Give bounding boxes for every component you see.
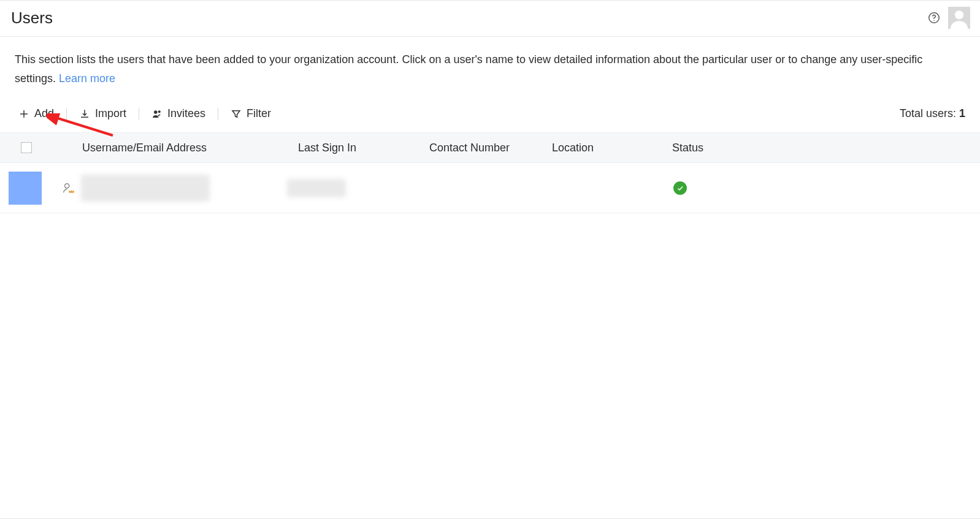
table-row[interactable] <box>0 163 980 213</box>
invitees-button[interactable]: Invitees <box>150 105 207 123</box>
total-count: 1 <box>959 107 965 119</box>
page-header: Users <box>0 1 980 37</box>
import-label: Import <box>95 107 126 120</box>
toolbar: Add Import Invitees Filter Total <box>0 91 980 132</box>
plus-icon <box>18 108 29 119</box>
col-last-signin[interactable]: Last Sign In <box>298 142 429 154</box>
header-right <box>927 7 970 29</box>
user-avatar <box>9 172 42 205</box>
col-username[interactable]: Username/Email Address <box>71 142 298 154</box>
divider <box>66 108 67 120</box>
page-title: Users <box>11 9 53 28</box>
svg-point-1 <box>933 20 934 21</box>
svg-point-5 <box>65 183 69 188</box>
import-button[interactable]: Import <box>78 105 128 123</box>
divider <box>218 108 218 120</box>
import-icon <box>79 108 90 119</box>
add-label: Add <box>34 107 54 120</box>
col-status[interactable]: Status <box>672 142 764 154</box>
description-text: This section lists the users that have b… <box>15 53 922 85</box>
status-active-icon <box>673 181 687 195</box>
filter-label: Filter <box>247 107 271 120</box>
last-signin-redacted <box>287 179 346 197</box>
invitees-icon <box>151 108 163 119</box>
col-location[interactable]: Location <box>552 142 672 154</box>
page-description: This section lists the users that have b… <box>0 37 957 91</box>
total-label: Total users: <box>900 107 956 119</box>
divider <box>139 108 139 120</box>
svg-point-2 <box>955 10 963 19</box>
add-button[interactable]: Add <box>17 105 55 123</box>
learn-more-link[interactable]: Learn more <box>59 72 115 85</box>
avatar[interactable] <box>948 7 970 29</box>
col-contact[interactable]: Contact Number <box>429 142 552 154</box>
svg-point-3 <box>154 110 157 113</box>
filter-button[interactable]: Filter <box>229 105 272 123</box>
select-all-checkbox[interactable] <box>21 142 32 153</box>
filter-icon <box>231 108 242 119</box>
owner-icon <box>61 181 75 195</box>
invitees-label: Invitees <box>167 107 205 120</box>
help-icon[interactable] <box>927 11 941 25</box>
table-header: Username/Email Address Last Sign In Cont… <box>0 132 980 163</box>
svg-point-4 <box>158 110 161 113</box>
total-users: Total users: 1 <box>900 107 965 120</box>
username-redacted <box>81 175 210 202</box>
